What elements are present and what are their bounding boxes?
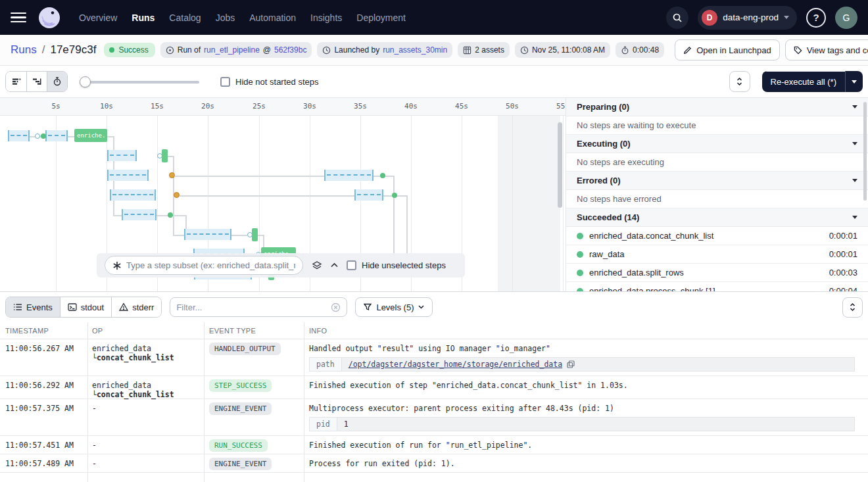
panel-scrollbar[interactable] (863, 102, 867, 201)
filter-input[interactable] (176, 302, 327, 312)
gantt-toolbar: Hide not started steps Re-execute all (*… (0, 66, 868, 97)
zoom-slider[interactable] (80, 76, 199, 87)
chevron-down-icon (784, 16, 789, 19)
op-name: - (92, 459, 97, 468)
gantt-step-pending[interactable] (354, 189, 383, 201)
run-tag[interactable]: Nov 25, 11:00:08 AM (515, 42, 610, 58)
reexecute-dropdown[interactable] (845, 71, 863, 92)
gantt-step-pending[interactable] (324, 170, 374, 181)
dagster-logo[interactable] (38, 7, 60, 29)
slider-thumb[interactable] (80, 76, 91, 87)
gantt-step-pending[interactable] (107, 150, 137, 161)
event-info: Process for run exited (pid: 1). (309, 459, 859, 468)
copy-icon[interactable] (567, 360, 575, 368)
step-row[interactable]: enriched_data.process_chunk [1]0:00:04 (566, 282, 868, 291)
levels-dropdown[interactable]: Levels (5) (355, 297, 433, 317)
section-empty-text: No steps have errored (566, 190, 868, 208)
workspace-switcher[interactable]: D data-eng-prod (698, 6, 797, 30)
nav-item-deployment[interactable]: Deployment (356, 12, 406, 23)
nav-item-catalog[interactable]: Catalog (169, 12, 201, 23)
table-row[interactable]: 11:00:57.451 AM-RUN_SUCCESSFinished exec… (0, 436, 868, 454)
gantt-marker-start[interactable] (35, 133, 40, 139)
run-tag[interactable]: 0:00:48 (615, 42, 664, 58)
event-info-text: Process for run exited (pid: 1). (309, 459, 859, 468)
table-row[interactable]: 11:00:56.292 AMenriched_data└concat_chun… (0, 376, 868, 399)
tag-text: Launched by (334, 45, 379, 55)
tab-stderr[interactable]: stderr (111, 297, 161, 317)
hide-unselected-checkbox[interactable] (347, 260, 356, 270)
run-tag[interactable]: Launched by run_assets_30min (317, 42, 452, 58)
event-type-badge: ENGINE_EVENT (209, 458, 272, 470)
gantt-marker-output[interactable] (174, 192, 180, 198)
metadata-path-link[interactable]: /opt/dagster/dagster_home/storage/enrich… (349, 360, 562, 369)
section-header[interactable]: Executing (0) (566, 135, 868, 153)
tag-link[interactable]: run_etl_pipeline (204, 45, 260, 55)
metadata-value: /opt/dagster/dagster_home/storage/enrich… (342, 358, 581, 371)
search-icon[interactable] (666, 7, 688, 29)
main-nav: OverviewRunsCatalogJobsAutomationInsight… (79, 12, 406, 23)
pending-dash (327, 174, 371, 176)
event-info-text: Handled output "result" using IO manager… (309, 344, 859, 353)
section-header[interactable]: Succeeded (14) (566, 208, 868, 227)
run-tag[interactable]: Run of run_etl_pipeline @ 562f39bc (160, 42, 312, 58)
axis-tick-label: 20s (201, 102, 214, 110)
view-tags-config-button[interactable]: View tags and config (785, 39, 868, 60)
nav-item-insights[interactable]: Insights (310, 12, 342, 23)
step-subset-input[interactable] (126, 260, 295, 270)
nav-item-jobs[interactable]: Jobs (216, 12, 235, 23)
log-sort-button[interactable] (842, 297, 863, 318)
tab-stdout[interactable]: stdout (60, 297, 111, 317)
layout-timed-icon[interactable] (47, 72, 67, 91)
nav-item-overview[interactable]: Overview (79, 12, 117, 23)
gantt-step-pending[interactable] (184, 229, 231, 240)
tag-link[interactable]: 562f39bc (274, 45, 306, 55)
funnel-icon (364, 303, 372, 311)
run-tag[interactable]: 2 assets (458, 42, 510, 58)
clear-filter-icon[interactable] (331, 302, 341, 312)
nav-item-automation[interactable]: Automation (249, 12, 296, 23)
gantt-marker-success[interactable] (168, 212, 173, 218)
gantt-step-success[interactable] (162, 149, 168, 162)
layers-icon[interactable] (312, 260, 322, 271)
step-success-dot-icon (577, 251, 583, 258)
help-icon[interactable]: ? (806, 8, 826, 28)
collapse-chevron-icon[interactable] (331, 263, 338, 268)
step-row[interactable]: enriched_data.concat_chunk_list0:00:01 (566, 227, 868, 245)
gantt-sort-button[interactable] (729, 71, 750, 92)
section-header[interactable]: Errored (0) (566, 172, 868, 190)
table-row[interactable]: 11:00:57.489 AM-ENGINE_EVENTProcess for … (0, 454, 868, 473)
section-header[interactable]: Preparing (0) (566, 98, 868, 116)
gantt-step-pending[interactable] (8, 130, 30, 141)
gantt-step-pending[interactable] (45, 130, 68, 141)
gantt-marker-success[interactable] (41, 133, 46, 139)
tag-link[interactable]: run_assets_30min (383, 45, 447, 55)
gantt-step-pending[interactable] (110, 189, 156, 201)
gantt-step-success[interactable] (252, 228, 258, 241)
table-row[interactable]: 11:00:57.375 AM-ENGINE_EVENTMultiprocess… (0, 399, 868, 436)
gantt-step-success[interactable]: enriche. (74, 129, 107, 142)
gantt-chart[interactable]: 5s10s15s20s25s30s35s40s45s50s55senriche.… (0, 98, 566, 291)
event-timestamp: 11:00:56.292 AM (5, 381, 74, 390)
user-avatar[interactable]: G (835, 7, 857, 29)
nav-item-runs[interactable]: Runs (132, 12, 155, 23)
hide-not-started-checkbox[interactable] (220, 77, 230, 87)
layout-flat-icon[interactable] (6, 72, 26, 91)
gantt-step-pending[interactable] (107, 170, 149, 181)
layout-waterfall-icon[interactable] (26, 72, 47, 91)
gantt-marker-success[interactable] (380, 173, 385, 178)
menu-icon[interactable] (11, 10, 26, 26)
open-launchpad-button[interactable]: Open in Launchpad (675, 39, 779, 60)
step-row[interactable]: enriched_data.split_rows0:00:03 (566, 264, 868, 282)
breadcrumb-runs-link[interactable]: Runs (11, 43, 37, 57)
gantt-marker-output[interactable] (169, 172, 175, 178)
gantt-marker-success[interactable] (392, 193, 397, 198)
reexecute-all-button[interactable]: Re-execute all (*) (762, 71, 863, 92)
gantt-scrollbar[interactable] (558, 122, 562, 208)
gantt-connector-line (113, 215, 122, 216)
step-row[interactable]: raw_data0:00:01 (566, 245, 868, 264)
event-metadata-table: pid1 (309, 417, 855, 431)
table-row[interactable]: 11:00:56.267 AMenriched_data└concat_chun… (0, 339, 868, 376)
gantt-step-pending[interactable] (122, 209, 157, 220)
step-subset-bar: Hide unselected steps (97, 253, 465, 277)
tab-Events[interactable]: Events (6, 297, 60, 317)
